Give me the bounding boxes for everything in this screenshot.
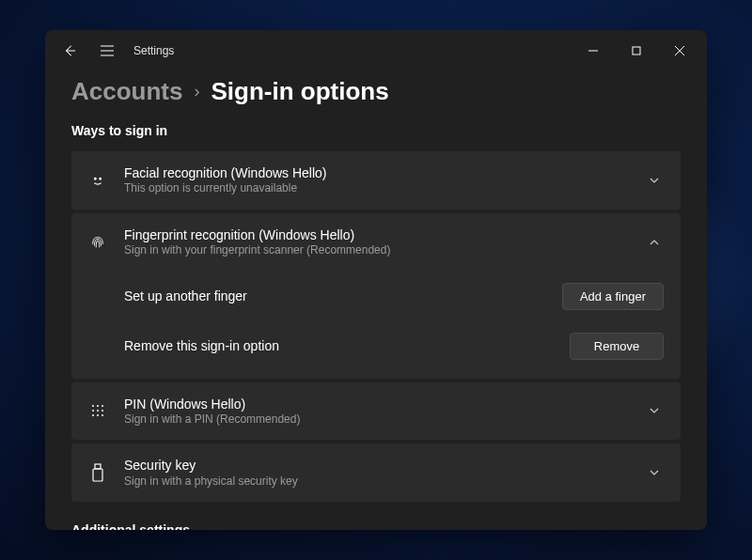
option-subtitle: Sign in with your fingerprint scanner (R… [124, 243, 632, 258]
titlebar: Settings [45, 30, 707, 71]
option-title: Fingerprint recognition (Windows Hello) [124, 226, 632, 243]
option-title: Facial recognition (Windows Hello) [124, 164, 632, 181]
content-area: Accounts › Sign-in options Ways to sign … [45, 71, 707, 530]
setup-finger-label: Set up another finger [124, 288, 247, 303]
option-fingerprint: Fingerprint recognition (Windows Hello) … [71, 213, 681, 379]
section-header-ways: Ways to sign in [71, 123, 681, 138]
remove-option-label: Remove this sign-in option [124, 338, 279, 353]
svg-point-14 [102, 410, 103, 412]
face-icon [88, 171, 107, 190]
svg-point-8 [100, 178, 102, 179]
add-finger-button[interactable]: Add a finger [562, 283, 664, 310]
svg-point-15 [92, 414, 94, 416]
chevron-down-icon [649, 403, 664, 418]
remove-option-row: Remove this sign-in option Remove [124, 321, 664, 371]
svg-rect-19 [93, 469, 102, 481]
close-button[interactable] [658, 36, 701, 66]
option-facial-recognition: Facial recognition (Windows Hello) This … [71, 151, 681, 210]
setup-finger-row: Set up another finger Add a finger [124, 272, 664, 321]
settings-window: Settings Accounts › Sign-in options Ways… [45, 30, 707, 530]
section-header-additional: Additional settings [71, 522, 681, 530]
svg-point-9 [92, 405, 94, 407]
breadcrumb-current: Sign-in options [211, 77, 388, 106]
svg-point-16 [97, 414, 99, 416]
option-security-key: Security key Sign in with a physical sec… [71, 443, 681, 502]
option-subtitle: This option is currently unavailable [124, 181, 632, 196]
option-row-fingerprint[interactable]: Fingerprint recognition (Windows Hello) … [71, 213, 681, 272]
svg-rect-4 [633, 47, 640, 54]
option-row-security-key[interactable]: Security key Sign in with a physical sec… [71, 443, 681, 502]
window-title: Settings [133, 44, 174, 57]
chevron-down-icon [649, 173, 664, 188]
option-pin: PIN (Windows Hello) Sign in with a PIN (… [71, 382, 681, 441]
minimize-button[interactable] [572, 36, 615, 66]
svg-point-17 [102, 414, 103, 416]
chevron-right-icon: › [194, 82, 199, 101]
chevron-up-icon [649, 235, 664, 250]
usb-key-icon [88, 463, 107, 482]
option-title: PIN (Windows Hello) [124, 396, 632, 412]
svg-point-13 [97, 410, 99, 412]
svg-point-11 [102, 405, 103, 407]
keypad-icon [88, 401, 107, 420]
svg-point-7 [94, 178, 96, 179]
option-title: Security key [124, 457, 632, 474]
fingerprint-expanded: Set up another finger Add a finger Remov… [71, 272, 681, 379]
option-subtitle: Sign in with a physical security key [124, 474, 632, 490]
maximize-button[interactable] [615, 36, 658, 66]
option-subtitle: Sign in with a PIN (Recommended) [124, 412, 632, 428]
option-row-facial[interactable]: Facial recognition (Windows Hello) This … [71, 151, 681, 210]
nav-menu-button[interactable] [96, 39, 118, 62]
option-row-pin[interactable]: PIN (Windows Hello) Sign in with a PIN (… [71, 382, 681, 441]
fingerprint-icon [88, 233, 107, 252]
chevron-down-icon [649, 465, 664, 480]
svg-point-10 [97, 405, 99, 407]
svg-point-12 [92, 410, 94, 412]
back-button[interactable] [58, 39, 81, 62]
svg-rect-18 [95, 464, 101, 469]
breadcrumb-parent[interactable]: Accounts [71, 77, 182, 106]
breadcrumb: Accounts › Sign-in options [71, 77, 681, 106]
remove-button[interactable]: Remove [570, 333, 664, 360]
